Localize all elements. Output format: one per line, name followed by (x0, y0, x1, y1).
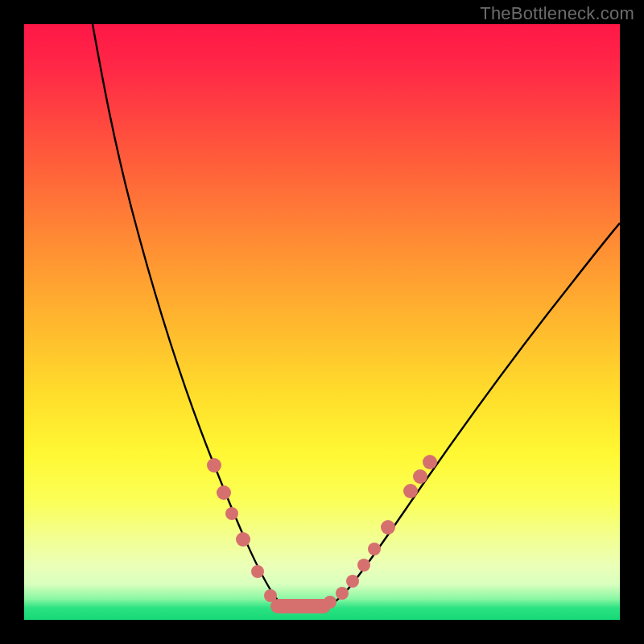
marker-dot (368, 543, 381, 555)
marker-dot (381, 520, 395, 535)
curve-layer (93, 24, 620, 608)
marker-dot (207, 458, 221, 473)
marker-dot (217, 485, 231, 500)
marker-dot (264, 589, 277, 602)
marker-dot (346, 575, 359, 588)
outer-frame: TheBottleneck.com (0, 0, 644, 644)
marker-dot (413, 469, 427, 484)
marker-dot (324, 596, 336, 609)
plateau-layer (270, 599, 331, 613)
marker-dot (357, 559, 370, 572)
bottleneck-curve (93, 24, 620, 608)
marker-dot (225, 507, 238, 520)
plateau-bar (270, 599, 331, 613)
marker-dot (336, 587, 349, 600)
marker-dot (403, 484, 418, 498)
marker-dot (236, 532, 250, 547)
plot-area (24, 24, 620, 620)
marker-dot (423, 455, 437, 469)
chart-svg (24, 24, 620, 620)
marker-dot (251, 565, 264, 578)
watermark-text: TheBottleneck.com (480, 3, 634, 24)
